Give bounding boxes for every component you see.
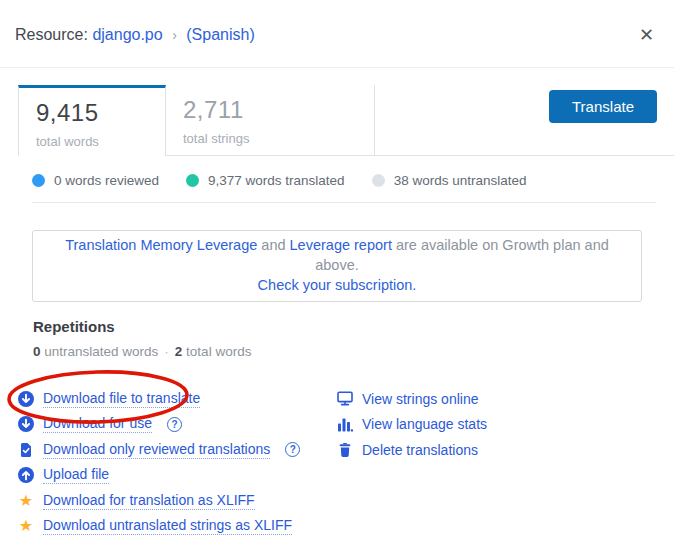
words-status-legend: 0 words reviewed 9,377 words translated … [32,173,674,188]
repetitions-untranslated-label: untranslated words [41,344,159,359]
list-item: Download file to translate [18,386,337,412]
list-item: View language stats [337,412,487,438]
repetitions-section: Repetitions 0 untranslated words·2 total… [33,318,674,359]
reviewed-dot-icon [32,174,45,187]
actions-left-column: Download file to translate Download for … [18,386,337,536]
star-icon: ★ [18,518,34,534]
modal-header: Resource: django.po › (Spanish) ✕ [0,0,674,68]
star-icon: ★ [18,493,34,509]
upload-file-link[interactable]: Upload file [43,466,109,484]
download-circle-icon [18,391,34,407]
plan-notice-box: Translation Memory Leverage and Leverage… [32,230,642,302]
leverage-report-link[interactable]: Leverage report [290,237,392,253]
resource-label: Resource: [15,26,88,43]
dot-separator: · [164,344,169,359]
total-strings-label: total strings [183,131,357,146]
upload-circle-icon [18,467,34,483]
tab-total-words[interactable]: 9,415 total words [18,85,166,156]
download-only-reviewed-link[interactable]: Download only reviewed translations [43,441,270,459]
total-words-value: 9,415 [36,99,148,127]
stats-tabs-bar: 9,415 total words 2,711 total strings Tr… [0,68,674,156]
resource-details-modal: Resource: django.po › (Spanish) ✕ 9,415 … [0,0,674,536]
trash-icon [337,442,353,458]
list-item: ★ Download untranslated strings as XLIFF [18,514,337,536]
list-item: Delete translations [337,437,487,463]
delete-translations-link[interactable]: Delete translations [362,442,478,458]
chevron-right-icon: › [172,27,177,43]
repetitions-untranslated-value: 0 [33,344,41,359]
repetitions-stats: 0 untranslated words·2 total words [33,344,674,359]
total-strings-value: 2,711 [183,96,357,124]
view-strings-online-link[interactable]: View strings online [362,391,478,407]
repetitions-heading: Repetitions [33,318,674,335]
check-subscription-link[interactable]: Check your subscription. [258,277,417,293]
download-untranslated-xliff-link[interactable]: Download untranslated strings as XLIFF [43,517,292,535]
legend-untranslated-label: 38 words untranslated [394,173,527,188]
document-check-icon [18,442,34,458]
view-language-stats-link[interactable]: View language stats [362,416,487,432]
total-words-label: total words [36,134,148,149]
actions-right-column: View strings online View language stats … [337,386,487,536]
translate-button[interactable]: Translate [549,90,657,123]
download-translation-xliff-link[interactable]: Download for translation as XLIFF [43,492,255,510]
list-item: Upload file [18,463,337,489]
help-icon[interactable]: ? [285,442,300,457]
list-item: Download only reviewed translations ? [18,437,337,463]
list-item: ★ Download for translation as XLIFF [18,488,337,514]
legend-reviewed: 0 words reviewed [32,173,159,188]
help-icon[interactable]: ? [167,417,182,432]
bar-chart-icon [337,416,353,432]
tm-leverage-link[interactable]: Translation Memory Leverage [65,237,257,253]
language-link[interactable]: (Spanish) [186,26,254,43]
legend-reviewed-label: 0 words reviewed [54,173,159,188]
download-circle-icon [18,416,34,432]
list-item: Download for use ? [18,412,337,438]
resource-name-link[interactable]: django.po [92,26,162,43]
list-item: View strings online [337,386,487,412]
legend-untranslated: 38 words untranslated [372,173,527,188]
tab-total-strings[interactable]: 2,711 total strings [166,85,375,156]
monitor-icon [337,391,353,407]
download-for-use-link[interactable]: Download for use [43,415,152,433]
notice-text: and [257,237,289,253]
legend-translated-label: 9,377 words translated [208,173,345,188]
close-icon[interactable]: ✕ [635,24,658,46]
untranslated-dot-icon [372,174,385,187]
actions-section: Download file to translate Download for … [18,386,674,536]
page-title: Resource: django.po › (Spanish) [15,26,255,44]
section-divider [32,202,656,203]
repetitions-total-label: total words [182,344,251,359]
legend-translated: 9,377 words translated [186,173,345,188]
translated-dot-icon [186,174,199,187]
download-file-to-translate-link[interactable]: Download file to translate [43,390,200,408]
